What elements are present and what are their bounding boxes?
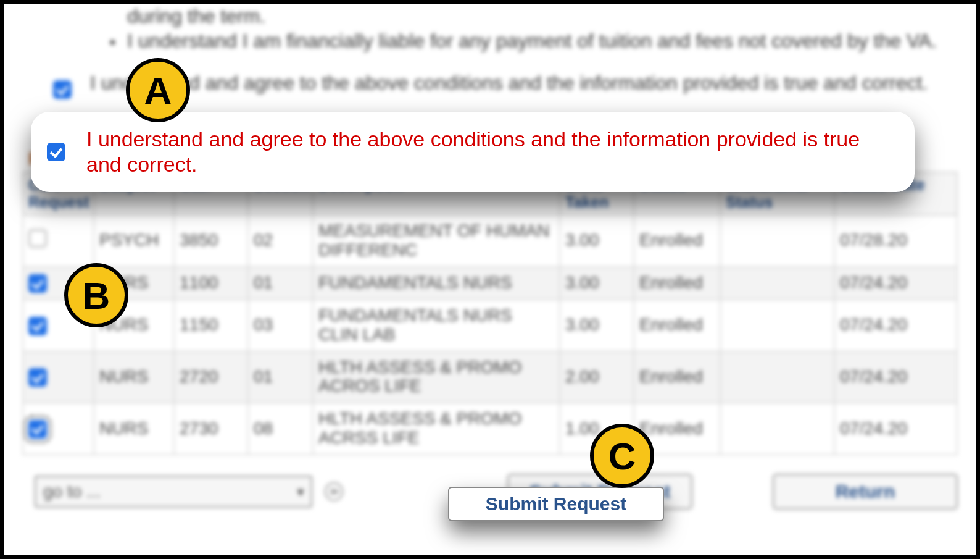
marker-c: C: [590, 424, 654, 488]
cell-section: 08: [248, 403, 313, 455]
cert-request-checkbox[interactable]: [28, 274, 47, 293]
cell-units: 3.00: [560, 300, 634, 351]
cell-desc: HLTH ASSESS & PROMO ACROS LIFE: [313, 351, 560, 403]
cell-cat: 1100: [174, 267, 248, 300]
cell-section: 02: [248, 215, 313, 267]
table-row: NURS272001HLTH ASSESS & PROMO ACROS LIFE…: [23, 351, 957, 403]
terms-list: during the term. I understand I am finan…: [22, 4, 958, 53]
cell-cat: 1150: [174, 300, 248, 351]
marker-a: A: [126, 58, 190, 122]
certification-table: Cert Request Subject Cat# Section Descri…: [22, 172, 958, 455]
cell-units: 3.00: [560, 267, 634, 300]
cell-cat: 2720: [174, 351, 248, 403]
cell-subject: NURS: [94, 351, 174, 403]
submit-callout: Submit Request: [448, 487, 664, 521]
cell-date: 07/24.20: [834, 403, 957, 455]
agreement-text-sharp: I understand and agree to the above cond…: [86, 127, 899, 177]
goto-go-button[interactable]: ≫: [325, 482, 343, 501]
cell-desc: MEASUREMENT OF HUMAN DIFFERENC: [313, 215, 560, 267]
cell-units: 2.00: [560, 351, 634, 403]
cell-cat: 2730: [174, 403, 248, 455]
cell-status: Enrolled: [634, 267, 720, 300]
goto-dropdown[interactable]: go to ... ▾: [35, 476, 312, 508]
cell-cat: 3850: [174, 215, 248, 267]
table-row: PSYCH385002MEASUREMENT OF HUMAN DIFFEREN…: [23, 215, 957, 267]
table-row: NURS273008HLTH ASSESS & PROMO ACRSS LIFE…: [23, 403, 957, 455]
cert-request-checkbox[interactable]: [28, 317, 47, 335]
cell-date: 07/24.20: [834, 300, 957, 351]
cell-withdrawal: [720, 215, 834, 267]
cert-request-checkbox[interactable]: [28, 229, 47, 248]
cert-request-checkbox[interactable]: [28, 420, 47, 439]
return-button[interactable]: Return: [773, 474, 958, 510]
cell-desc: FUNDAMENTALS NURS CLIN LAB: [313, 300, 560, 351]
chevron-down-icon: ▾: [297, 484, 304, 499]
cell-withdrawal: [720, 300, 834, 351]
cell-withdrawal: [720, 267, 834, 300]
cert-request-checkbox[interactable]: [28, 368, 47, 387]
cell-desc: HLTH ASSESS & PROMO ACRSS LIFE: [313, 403, 560, 455]
cell-section: 03: [248, 300, 313, 351]
cell-subject: PSYCH: [94, 215, 174, 267]
screenshot-frame: during the term. I understand I am finan…: [0, 0, 980, 559]
cell-status: Enrolled: [634, 351, 720, 403]
table-row: NURS115003FUNDAMENTALS NURS CLIN LAB3.00…: [23, 300, 957, 351]
cell-date: 07/28.20: [834, 215, 957, 267]
terms-line-continuation: during the term.: [127, 4, 958, 28]
agreement-callout: I understand and agree to the above cond…: [31, 112, 915, 192]
table-row: NURS110001FUNDAMENTALS NURS3.00Enrolled0…: [23, 267, 957, 300]
cell-status: Enrolled: [634, 300, 720, 351]
cell-desc: FUNDAMENTALS NURS: [313, 267, 560, 300]
agreement-checkbox-sharp[interactable]: [47, 143, 65, 161]
cell-withdrawal: [720, 351, 834, 403]
cell-units: 3.00: [560, 215, 634, 267]
goto-label: go to ...: [43, 482, 101, 502]
cell-withdrawal: [720, 403, 834, 455]
cell-section: 01: [248, 267, 313, 300]
agreement-checkbox[interactable]: [53, 80, 72, 99]
cell-date: 07/24.20: [834, 351, 957, 403]
agreement-text: I understand and agree to the above cond…: [90, 72, 928, 95]
cell-status: Enrolled: [634, 215, 720, 267]
marker-b: B: [64, 263, 128, 327]
cell-date: 07/24.20: [834, 267, 957, 300]
cell-subject: NURS: [94, 403, 174, 455]
submit-request-button[interactable]: Submit Request: [448, 487, 664, 521]
terms-line-liability: I understand I am financially liable for…: [127, 28, 958, 53]
cell-section: 01: [248, 351, 313, 403]
